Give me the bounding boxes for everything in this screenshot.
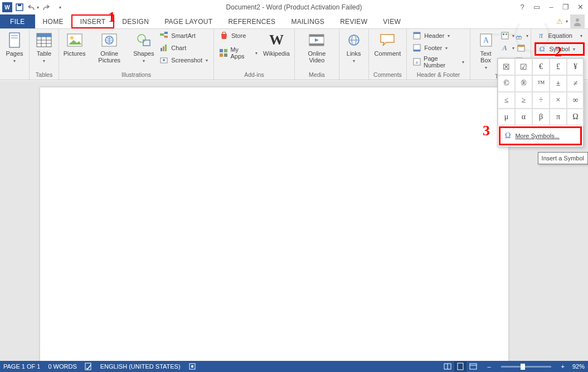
close-button[interactable]: ✕ (575, 1, 586, 12)
footer-button[interactable]: Footer▾ (410, 42, 466, 53)
annotation-1: 1 (108, 9, 115, 26)
online-pictures-button[interactable]: Online Pictures (89, 30, 130, 65)
symbol-cell[interactable]: € (532, 58, 550, 75)
undo-button[interactable]: ▾ (27, 1, 39, 13)
window-controls: ? ▭ – ❐ ✕ (517, 1, 586, 12)
pictures-button[interactable]: Pictures (62, 30, 86, 58)
qat-customize-button[interactable]: ▾ (54, 1, 66, 13)
redo-icon (42, 3, 50, 11)
svg-rect-6 (11, 37, 18, 38)
svg-rect-35 (309, 35, 324, 37)
svg-rect-4 (9, 33, 20, 47)
shapes-icon (137, 33, 151, 47)
comment-icon (380, 33, 395, 47)
symbol-cell[interactable]: μ (498, 109, 515, 125)
more-symbols-label: More Symbols... (515, 133, 559, 139)
date-time-icon (517, 43, 526, 52)
ribbon-display-options-button[interactable]: ▭ (531, 1, 542, 12)
status-words[interactable]: 0 WORDS (48, 363, 76, 370)
symbol-cell[interactable]: α (515, 109, 532, 125)
shapes-button[interactable]: Shapes▾ (132, 30, 155, 65)
page-number-label: Page Number (424, 55, 459, 68)
more-symbols-button[interactable]: Ω More Symbols... (499, 126, 582, 145)
symbol-cell[interactable]: ☑ (515, 58, 532, 75)
zoom-level[interactable]: 92% (572, 363, 585, 370)
my-apps-button[interactable]: My Apps▾ (217, 46, 260, 60)
zoom-thumb[interactable] (521, 364, 525, 370)
tab-mailings[interactable]: MAILINGS (283, 14, 332, 28)
symbol-cell[interactable]: π (550, 109, 567, 125)
symbol-cell[interactable]: ¥ (567, 58, 584, 75)
symbol-cell[interactable]: ± (550, 75, 567, 92)
video-icon (309, 33, 324, 47)
status-macro[interactable] (188, 363, 196, 370)
tab-home[interactable]: HOME (35, 14, 71, 28)
text-box-button[interactable]: A Text Box▾ (474, 30, 498, 72)
symbol-cell[interactable]: ≥ (515, 92, 532, 109)
group-illustrations: Pictures Online Pictures Shapes▾ SmartAr… (59, 29, 214, 80)
symbol-cell[interactable]: ☒ (498, 58, 515, 75)
print-layout-button[interactable] (454, 361, 466, 371)
symbol-cell[interactable]: Ω (567, 109, 584, 125)
user-account-icon[interactable] (570, 14, 585, 29)
online-video-button[interactable]: Online Video (298, 30, 335, 65)
signature-line-button[interactable]: ▾ (514, 30, 527, 41)
symbol-cell[interactable]: © (498, 75, 515, 92)
web-layout-button[interactable] (467, 361, 479, 371)
symbol-cell[interactable]: ≠ (567, 75, 584, 92)
help-button[interactable]: ? (517, 1, 528, 12)
wordart-button[interactable]: A▾ (500, 42, 515, 53)
comment-button[interactable]: Comment (372, 30, 404, 58)
equation-button[interactable]: πEquation ▾ (534, 30, 585, 41)
tab-page-layout[interactable]: PAGE LAYOUT (157, 14, 220, 28)
document-page[interactable] (40, 87, 508, 372)
links-button[interactable]: Links▾ (343, 30, 365, 65)
text-box-label: Text Box (480, 50, 491, 63)
symbol-cell[interactable]: ÷ (532, 92, 550, 109)
status-language[interactable]: ENGLISH (UNITED STATES) (100, 363, 181, 370)
svg-point-15 (70, 36, 74, 40)
symbol-cell[interactable]: ™ (532, 75, 550, 92)
smartart-button[interactable]: SmartArt (157, 30, 210, 41)
chart-button[interactable]: Chart (157, 42, 210, 53)
svg-rect-50 (506, 33, 507, 35)
view-buttons (441, 361, 479, 371)
symbol-cell[interactable]: £ (550, 58, 567, 75)
zoom-in-button[interactable]: + (561, 363, 565, 370)
status-page[interactable]: PAGE 1 OF 1 (3, 363, 40, 370)
symbol-cell[interactable]: ≤ (498, 92, 515, 109)
svg-point-29 (163, 59, 165, 61)
svg-rect-41 (414, 32, 420, 34)
page-number-button[interactable]: #Page Number▾ (410, 55, 466, 69)
header-button[interactable]: Header▾ (410, 30, 466, 41)
status-proofing[interactable] (85, 363, 93, 370)
redo-button[interactable] (40, 1, 52, 13)
minimize-button[interactable]: – (546, 1, 557, 12)
tab-view[interactable]: VIEW (375, 14, 409, 28)
symbol-cell[interactable]: ∞ (567, 92, 584, 109)
table-button[interactable]: Table▾ (33, 30, 55, 65)
restore-button[interactable]: ❐ (560, 1, 571, 12)
tab-references[interactable]: REFERENCES (220, 14, 283, 28)
group-media: Online Video Media (295, 29, 339, 80)
svg-rect-1 (18, 4, 21, 6)
tab-file[interactable]: FILE (0, 14, 35, 28)
smartart-label: SmartArt (171, 32, 195, 39)
svg-rect-49 (503, 33, 504, 35)
read-mode-button[interactable] (441, 361, 454, 371)
symbol-cell[interactable]: ® (515, 75, 532, 92)
date-time-button[interactable] (516, 42, 527, 53)
screenshot-button[interactable]: Screenshot▾ (157, 55, 210, 66)
svg-point-2 (576, 18, 579, 22)
store-button[interactable]: Store (217, 30, 260, 41)
symbol-cell[interactable]: β (532, 109, 550, 125)
tab-design[interactable]: DESIGN (114, 14, 157, 28)
zoom-slider[interactable] (501, 366, 551, 368)
quick-parts-button[interactable]: ▾ (500, 30, 513, 41)
symbol-cell[interactable]: × (550, 92, 567, 109)
wikipedia-button[interactable]: W Wikipedia (262, 30, 291, 58)
save-button[interactable] (13, 1, 26, 13)
tab-review[interactable]: REVIEW (332, 14, 375, 28)
zoom-out-button[interactable]: – (487, 363, 490, 370)
pages-button[interactable]: Pages▾ (3, 30, 26, 65)
